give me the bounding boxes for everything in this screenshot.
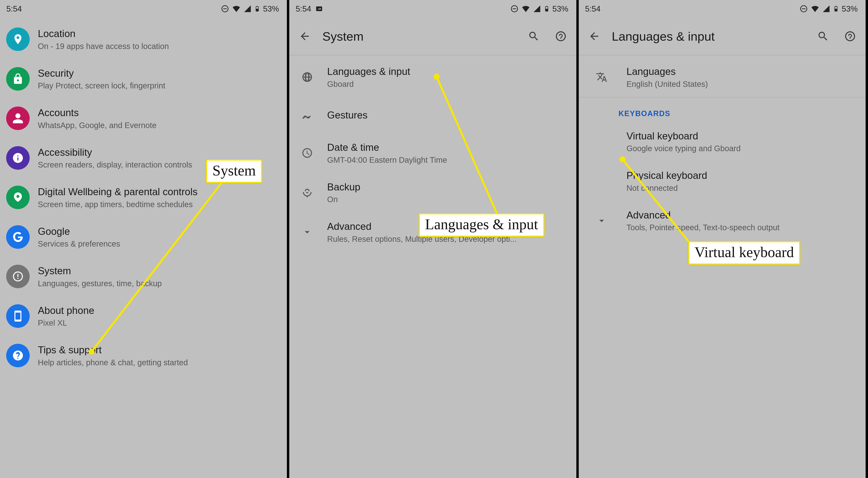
list-item[interactable]: Google Services & preferences xyxy=(0,217,287,257)
svg-rect-17 xyxy=(835,6,836,7)
wifi-icon xyxy=(232,4,241,13)
row-icon xyxy=(6,28,30,51)
settings-screen: 5:54 53% Location On - 19 apps have acce… xyxy=(0,0,289,478)
item-title: Advanced xyxy=(626,209,780,221)
status-bar: 5:54 53% xyxy=(289,0,576,18)
languages-input-screen: 5:54 53% Languages & input Languages Eng… xyxy=(579,0,868,478)
battery-icon xyxy=(544,4,550,13)
cell-icon xyxy=(533,5,541,13)
list-item[interactable]: Location On - 19 apps have access to loc… xyxy=(0,20,287,59)
list-item-virtual-keyboard[interactable]: Virtual keyboard Google voice typing and… xyxy=(579,122,866,161)
row-icon xyxy=(295,187,319,198)
item-title: Physical keyboard xyxy=(626,169,707,182)
chevron-down-icon xyxy=(585,215,619,227)
row-icon xyxy=(6,107,30,130)
item-title: Advanced xyxy=(327,220,517,233)
item-subtitle: Services & preferences xyxy=(38,239,120,249)
section-header-keyboards: KEYBOARDS xyxy=(579,97,866,122)
dnd-icon xyxy=(800,5,808,13)
list-item[interactable]: Accessibility Screen readers, display, i… xyxy=(0,138,287,178)
item-subtitle: Pixel XL xyxy=(38,318,94,328)
help-button[interactable] xyxy=(551,27,570,46)
list-item[interactable]: Accounts WhatsApp, Google, and Evernote xyxy=(0,98,287,138)
list-item[interactable]: Digital Wellbeing & parental controls Sc… xyxy=(0,178,287,217)
item-subtitle: Play Protect, screen lock, fingerprint xyxy=(38,81,165,91)
list-item[interactable]: Advanced Rules, Reset options, Multiple … xyxy=(289,212,576,252)
item-title: Virtual keyboard xyxy=(626,130,741,142)
cell-icon xyxy=(822,5,830,13)
list-item[interactable]: About phone Pixel XL xyxy=(0,296,287,336)
dnd-icon xyxy=(221,5,229,13)
page-title: System xyxy=(322,29,516,43)
item-subtitle: Rules, Reset options, Multiple users, De… xyxy=(327,234,517,244)
list-item[interactable]: Languages & input Gboard xyxy=(289,57,576,97)
search-button[interactable] xyxy=(524,27,543,46)
item-subtitle: Languages, gestures, time, backup xyxy=(38,278,162,289)
list-item[interactable]: Tips & support Help articles, phone & ch… xyxy=(0,336,287,376)
svg-point-12 xyxy=(303,117,304,119)
svg-rect-10 xyxy=(546,6,547,7)
settings-list: Location On - 19 apps have access to loc… xyxy=(0,18,287,376)
item-subtitle: Gboard xyxy=(327,79,410,89)
row-icon xyxy=(6,146,30,170)
list-item[interactable]: Gestures xyxy=(289,97,576,133)
item-subtitle: Google voice typing and Gboard xyxy=(626,143,741,153)
item-subtitle: English (United States) xyxy=(626,79,708,89)
system-screen: 5:54 53% System Languages & input Gboard… xyxy=(289,0,579,478)
status-time: 5:54 xyxy=(296,4,311,13)
list-item-physical-keyboard[interactable]: Physical keyboard Not connected xyxy=(579,161,866,201)
list-item[interactable]: System Languages, gestures, time, backup xyxy=(0,257,287,296)
row-icon xyxy=(295,109,319,121)
row-icon xyxy=(295,147,319,159)
translate-icon xyxy=(585,71,619,83)
list-item-languages[interactable]: Languages English (United States) xyxy=(579,57,866,97)
item-title: Security xyxy=(38,67,165,80)
list-item[interactable]: Date & time GMT-04:00 Eastern Daylight T… xyxy=(289,133,576,173)
item-title: Tips & support xyxy=(38,344,188,356)
item-title: Gestures xyxy=(327,109,368,121)
list-item[interactable]: Backup On xyxy=(289,173,576,212)
list-item-advanced[interactable]: Advanced Tools, Pointer speed, Text-to-s… xyxy=(579,201,866,241)
svg-rect-18 xyxy=(835,9,837,11)
item-title: Languages & input xyxy=(327,65,410,78)
row-icon xyxy=(6,67,30,91)
svg-rect-11 xyxy=(546,9,548,11)
wifi-icon xyxy=(521,4,530,13)
row-icon xyxy=(295,71,319,83)
status-battery: 53% xyxy=(263,4,279,13)
item-subtitle: GMT-04:00 Eastern Daylight Time xyxy=(327,155,447,165)
item-title: Languages xyxy=(626,65,708,78)
row-icon xyxy=(6,225,30,249)
battery-icon xyxy=(254,4,260,13)
svg-rect-3 xyxy=(257,6,258,7)
lang-list: Languages English (United States) KEYBOA… xyxy=(579,55,866,240)
wifi-icon xyxy=(811,4,819,13)
back-button[interactable] xyxy=(295,27,314,46)
row-icon xyxy=(295,226,319,238)
item-subtitle: On - 19 apps have access to location xyxy=(38,41,169,51)
list-item[interactable]: Security Play Protect, screen lock, fing… xyxy=(0,59,287,99)
item-title: Google xyxy=(38,225,120,238)
item-subtitle: Screen readers, display, interaction con… xyxy=(38,160,192,170)
status-bar: 5:54 53% xyxy=(0,0,287,18)
battery-icon xyxy=(833,4,839,13)
item-title: System xyxy=(38,265,162,277)
item-title: Accessibility xyxy=(38,146,192,159)
app-bar: System xyxy=(289,18,576,55)
screenshot-icon xyxy=(315,5,323,13)
back-button[interactable] xyxy=(585,27,604,46)
item-subtitle: Not connected xyxy=(626,183,707,193)
app-bar: Languages & input xyxy=(579,18,866,55)
system-list: Languages & input Gboard Gestures Date &… xyxy=(289,55,576,252)
search-button[interactable] xyxy=(813,27,833,46)
status-battery: 53% xyxy=(842,4,858,13)
item-title: About phone xyxy=(38,304,94,317)
status-time: 5:54 xyxy=(6,4,22,13)
item-title: Location xyxy=(38,28,169,40)
callout-virtual-keyboard: Virtual keyboard xyxy=(688,241,800,265)
row-icon xyxy=(6,265,30,288)
item-title: Digital Wellbeing & parental controls xyxy=(38,186,197,198)
status-time: 5:54 xyxy=(585,4,601,13)
svg-rect-4 xyxy=(256,9,258,11)
help-button[interactable] xyxy=(840,27,860,46)
